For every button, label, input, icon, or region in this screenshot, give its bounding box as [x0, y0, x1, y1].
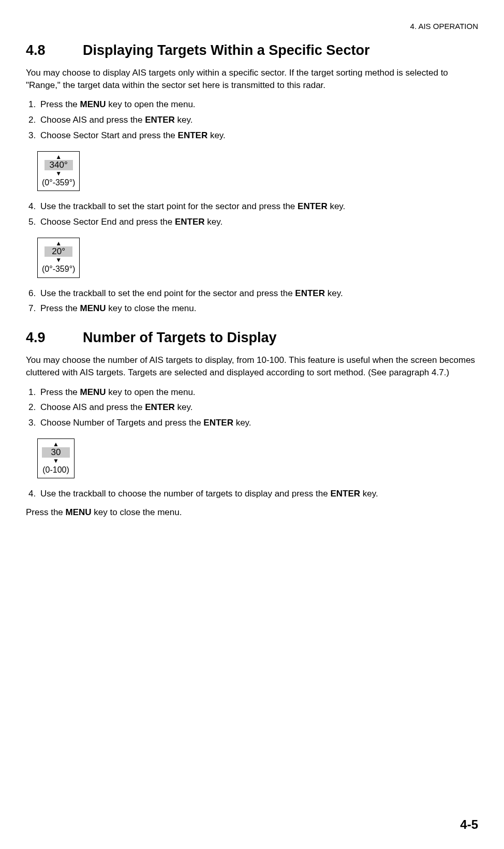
up-arrow-icon[interactable]: ▲ [42, 240, 75, 246]
sector-start-value: 340° [45, 160, 73, 170]
step-1: Press the MENU key to open the menu. [38, 98, 478, 111]
down-arrow-icon[interactable]: ▼ [42, 170, 75, 177]
chapter-header: 4. AIS OPERATION [26, 21, 478, 32]
section-49-title: 4.9Number of Targets to Display [26, 328, 478, 348]
section-49-steps-a: Press the MENU key to open the menu. Cho… [26, 386, 478, 429]
sector-start-spinner[interactable]: ▲ 340° ▼ (0°-359°) [37, 151, 80, 192]
sector-end-spinner[interactable]: ▲ 20° ▼ (0°-359°) [37, 238, 80, 278]
step-4: Use the trackball to set the start point… [38, 200, 478, 213]
up-arrow-icon[interactable]: ▲ [42, 441, 70, 447]
num-targets-spinner[interactable]: ▲ 30 ▼ (0-100) [37, 438, 75, 479]
section-48-title: 4.8Displaying Targets Within a Specific … [26, 41, 478, 61]
sector-end-value: 20° [45, 246, 72, 257]
sector-end-range: (0°-359°) [42, 264, 75, 274]
section-48-intro: You may choose to display AIS targets on… [26, 67, 478, 92]
down-arrow-icon[interactable]: ▼ [42, 257, 75, 263]
up-arrow-icon[interactable]: ▲ [42, 154, 75, 160]
section-48-steps-c: Use the trackball to set the end point f… [26, 287, 478, 315]
section-48-heading: Displaying Targets Within a Specific Sec… [83, 42, 369, 58]
num-targets-value: 30 [42, 447, 70, 458]
section-49-closing: Press the MENU key to close the menu. [26, 506, 478, 519]
num-targets-range: (0-100) [42, 465, 70, 475]
section-49-heading: Number of Targets to Display [83, 330, 277, 345]
section-49-number: 4.9 [26, 328, 83, 348]
section-48-steps-a: Press the MENU key to open the menu. Cho… [26, 98, 478, 141]
step-5: Choose Sector End and press the ENTER ke… [38, 216, 478, 228]
step-3: Choose Sector Start and press the ENTER … [38, 129, 478, 142]
step-6: Use the trackball to set the end point f… [38, 287, 478, 300]
step-1: Press the MENU key to open the menu. [38, 386, 478, 399]
section-48-number: 4.8 [26, 41, 83, 61]
sector-start-range: (0°-359°) [42, 178, 75, 187]
step-2: Choose AIS and press the ENTER key. [38, 401, 478, 414]
step-7: Press the MENU key to close the menu. [38, 302, 478, 315]
step-2: Choose AIS and press the ENTER key. [38, 114, 478, 126]
section-49-steps-b: Use the trackball to choose the number o… [26, 488, 478, 500]
section-49-intro: You may choose the number of AIS targets… [26, 354, 478, 379]
step-4: Use the trackball to choose the number o… [38, 488, 478, 500]
section-48-steps-b: Use the trackball to set the start point… [26, 200, 478, 228]
step-3: Choose Number of Targets and press the E… [38, 417, 478, 429]
down-arrow-icon[interactable]: ▼ [42, 458, 70, 464]
